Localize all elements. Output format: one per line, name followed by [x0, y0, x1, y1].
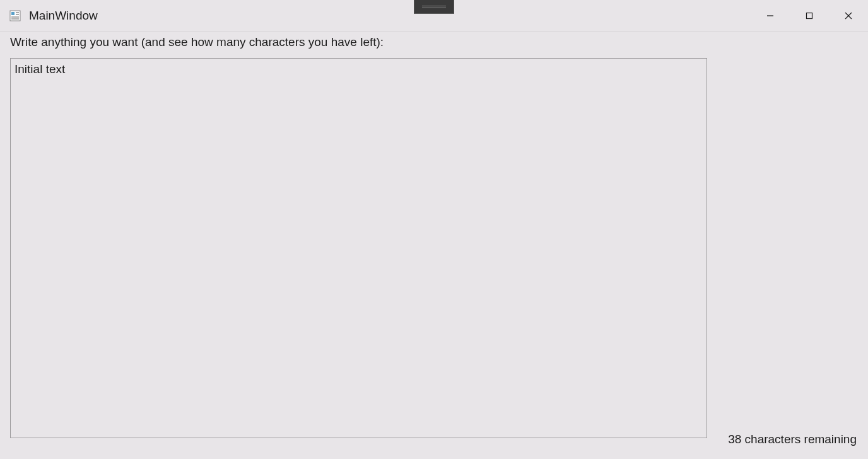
minimize-button[interactable] [751, 0, 790, 31]
prompt-label: Write anything you want (and see how man… [10, 35, 858, 49]
maximize-button[interactable] [790, 0, 829, 31]
svg-rect-2 [16, 12, 19, 13]
svg-rect-4 [11, 16, 19, 18]
window-controls [751, 0, 868, 31]
titlebar-left: MainWindow [9, 9, 98, 23]
window-title: MainWindow [29, 9, 98, 23]
debug-grip-icon[interactable] [414, 0, 454, 14]
svg-rect-7 [807, 13, 812, 18]
titlebar: MainWindow [0, 0, 868, 32]
svg-rect-1 [11, 12, 15, 15]
svg-rect-5 [11, 18, 19, 20]
content-area: Write anything you want (and see how man… [0, 32, 868, 441]
main-textbox[interactable] [10, 58, 707, 438]
svg-rect-3 [16, 14, 19, 15]
app-icon [9, 9, 21, 22]
characters-remaining-label: 38 characters remaining [728, 433, 857, 446]
close-button[interactable] [829, 0, 868, 31]
